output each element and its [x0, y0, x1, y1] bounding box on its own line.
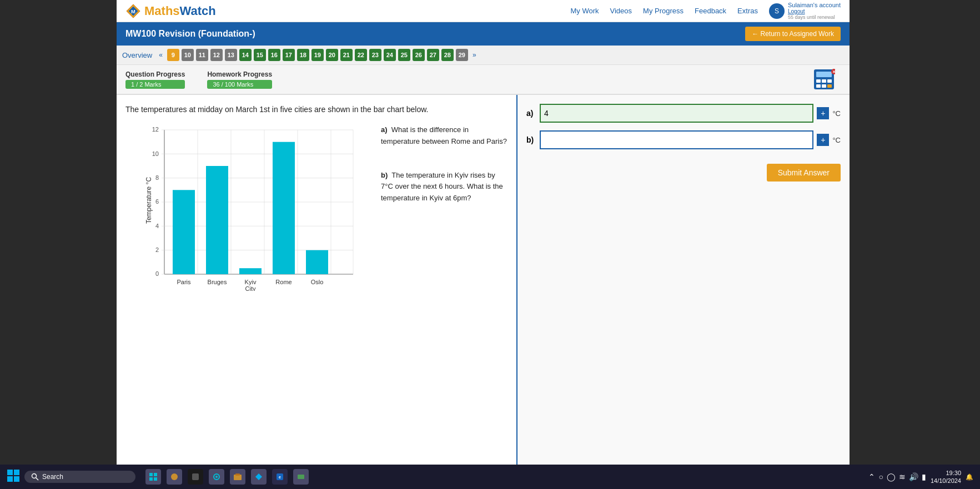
q-btn-27[interactable]: 27: [427, 49, 439, 61]
taskbar-tray-icons: ⌃ ○ ◯ ≋ 🔊 ▮: [868, 472, 926, 481]
answer-b-input[interactable]: [540, 130, 813, 149]
svg-rect-48: [154, 473, 157, 476]
svg-rect-50: [154, 477, 157, 481]
svg-point-51: [171, 473, 178, 480]
svg-rect-52: [192, 473, 199, 480]
svg-rect-43: [7, 476, 13, 482]
question-nav: Overview « 9 10 11 12 13 14 15 16 17 18 …: [117, 46, 850, 65]
svg-rect-42: [14, 470, 19, 475]
taskbar-app-icon-2[interactable]: [167, 469, 182, 485]
nav-feedback[interactable]: Feedback: [695, 7, 726, 15]
tray-chevron[interactable]: ⌃: [868, 472, 875, 481]
account-name: Sulaiman's account: [788, 2, 841, 8]
tray-icon-1: ○: [878, 472, 883, 481]
q-btn-26[interactable]: 26: [413, 49, 425, 61]
svg-rect-4: [816, 72, 832, 77]
answer-a-input[interactable]: [540, 104, 813, 123]
submit-button[interactable]: Submit Answer: [767, 164, 841, 182]
account-section: S Sulaiman's account Logout 55 days unti…: [769, 2, 841, 20]
svg-rect-47: [149, 473, 153, 476]
svg-text:12: 12: [152, 126, 159, 133]
svg-rect-7: [827, 79, 832, 83]
q-btn-16[interactable]: 16: [268, 49, 280, 61]
chart-panel: Temperature °C 0: [125, 124, 370, 296]
svg-text:10: 10: [152, 150, 159, 157]
q-btn-21[interactable]: 21: [340, 49, 353, 61]
taskbar-app-icon-5[interactable]: [230, 469, 245, 485]
sub-questions-panel: a) What is the difference in temperature…: [381, 124, 507, 296]
calculator-icon[interactable]: ✕: [813, 68, 835, 90]
start-button[interactable]: [7, 469, 20, 485]
notification-icon[interactable]: 🔔: [966, 473, 973, 481]
q-btn-11[interactable]: 11: [196, 49, 208, 61]
sub-question-b: b) The temperature in Kyiv rises by 7°C …: [381, 170, 507, 204]
account-info: Sulaiman's account Logout 55 days until …: [788, 2, 841, 20]
svg-rect-44: [14, 476, 19, 482]
taskbar-app-icon-1[interactable]: [145, 469, 161, 485]
svg-rect-59: [298, 475, 304, 479]
svg-text:Rome: Rome: [275, 279, 292, 285]
q-btn-17[interactable]: 17: [283, 49, 295, 61]
sub-a-text: a) What is the difference in temperature…: [381, 124, 507, 148]
nav-videos[interactable]: Videos: [610, 7, 632, 15]
tray-volume: 🔊: [909, 472, 918, 481]
progress-bar-area: Question Progress 1 / 2 Marks Homework P…: [117, 65, 850, 95]
answer-row-b: b) + °C: [526, 130, 841, 149]
q-btn-9[interactable]: 9: [167, 49, 179, 61]
q-btn-19[interactable]: 19: [311, 49, 324, 61]
q-btn-18[interactable]: 18: [297, 49, 309, 61]
logo-icon: M: [125, 3, 141, 19]
q-btn-25[interactable]: 25: [398, 49, 410, 61]
svg-text:Oslo: Oslo: [311, 279, 324, 285]
answer-a-unit: °C: [832, 109, 841, 118]
taskbar-app-icon-8[interactable]: [293, 469, 309, 485]
q-btn-20[interactable]: 20: [326, 49, 338, 61]
svg-rect-9: [822, 84, 826, 88]
taskbar-app-icon-6[interactable]: [251, 469, 267, 485]
q-btn-14[interactable]: 14: [239, 49, 252, 61]
taskbar-app-icon-4[interactable]: [209, 469, 224, 485]
svg-text:City: City: [245, 285, 256, 291]
taskbar-apps: e: [145, 469, 309, 485]
nav-arrow-right[interactable]: »: [470, 50, 479, 60]
logout-link[interactable]: Logout: [788, 8, 841, 14]
answer-a-plus-btn[interactable]: +: [817, 107, 829, 119]
q-btn-24[interactable]: 24: [384, 49, 396, 61]
question-text: The temperatures at midday on March 1st …: [125, 104, 507, 115]
q-btn-29[interactable]: 29: [456, 49, 468, 61]
nav-extras[interactable]: Extras: [737, 7, 758, 15]
q-btn-12[interactable]: 12: [210, 49, 223, 61]
bar-oslo: [306, 250, 328, 274]
q-btn-28[interactable]: 28: [441, 49, 454, 61]
overview-link[interactable]: Overview: [122, 51, 152, 59]
return-button[interactable]: ← Return to Assigned Work: [745, 27, 841, 41]
svg-rect-56: [235, 473, 240, 476]
nav-my-progress[interactable]: My Progress: [643, 7, 684, 15]
nav-arrow-left[interactable]: «: [157, 50, 165, 60]
taskbar-app-icon-7[interactable]: e: [272, 469, 288, 485]
answer-b-label: b): [526, 135, 536, 144]
windows-icon: [7, 469, 20, 482]
nav-my-work[interactable]: My Work: [570, 7, 599, 15]
svg-rect-49: [149, 477, 153, 481]
taskbar-search[interactable]: Search: [24, 471, 135, 483]
taskbar: Search e ⌃ ○ ◯ ≋: [0, 465, 980, 489]
q-btn-23[interactable]: 23: [369, 49, 381, 61]
logo-text: MathsWatch: [144, 4, 216, 18]
taskbar-app-icon-3[interactable]: [188, 469, 203, 485]
q-btn-10[interactable]: 10: [182, 49, 194, 61]
sub-question-a: a) What is the difference in temperature…: [381, 124, 507, 148]
question-progress-section: Question Progress 1 / 2 Marks: [125, 70, 185, 89]
nav-links: My Work Videos My Progress Feedback Extr…: [570, 2, 841, 20]
svg-text:✕: ✕: [832, 70, 835, 74]
question-progress-value: 1 / 2 Marks: [125, 80, 185, 89]
svg-rect-10: [827, 84, 832, 88]
q-btn-15[interactable]: 15: [254, 49, 266, 61]
svg-point-54: [215, 476, 218, 478]
svg-text:2: 2: [155, 246, 159, 253]
answer-b-plus-btn[interactable]: +: [817, 134, 829, 146]
q-btn-22[interactable]: 22: [355, 49, 367, 61]
q-btn-13[interactable]: 13: [225, 49, 237, 61]
svg-text:Paris: Paris: [177, 279, 191, 285]
bar-rome: [273, 142, 295, 274]
